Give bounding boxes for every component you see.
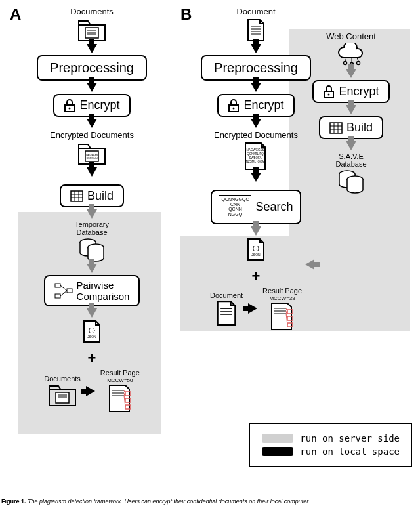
document-icon bbox=[216, 300, 237, 326]
svg-text:QCNMNJFQ: QCNMNJFQ bbox=[247, 152, 264, 156]
svg-point-64 bbox=[357, 62, 360, 65]
arrow-icon bbox=[251, 226, 261, 236]
arrow-icon bbox=[87, 308, 97, 318]
web-content-label: Web Content bbox=[326, 32, 376, 41]
document-label: Document bbox=[236, 7, 275, 16]
arrow-icon bbox=[251, 83, 261, 92]
svg-point-43 bbox=[233, 107, 235, 109]
table-icon bbox=[70, 190, 83, 202]
legend-box: run on server side run on local space bbox=[249, 423, 412, 467]
arrow-icon bbox=[87, 119, 97, 128]
arrow-icon bbox=[251, 44, 261, 53]
result-page-label: Result Page bbox=[100, 369, 140, 377]
compare-icon bbox=[54, 283, 73, 299]
svg-rect-18 bbox=[55, 284, 60, 287]
encrypted-doc-icon: NAGWGGSSQCNMNJFQSWBQFANZSML_QQM bbox=[244, 142, 268, 171]
figure-caption: Figure 1. The plagiarism detection frame… bbox=[1, 498, 308, 505]
svg-rect-26 bbox=[56, 392, 69, 403]
json-file-icon: {:;}JSON bbox=[83, 320, 101, 343]
search-cipher-snippet: QCNNGGQC CNN QCNN NGGQ bbox=[219, 195, 251, 219]
svg-point-62 bbox=[344, 62, 347, 65]
svg-rect-11 bbox=[71, 191, 83, 201]
legend-local-text: run on local space bbox=[300, 446, 400, 457]
mccw-value-b: MCCW=38 bbox=[269, 295, 295, 301]
arrow-left-icon bbox=[305, 259, 314, 270]
svg-text:NAGWGGSS: NAGWGGSS bbox=[246, 148, 264, 152]
result-document-label: Document bbox=[210, 291, 243, 299]
encrypted-docs-label-b: Encrypted Documents bbox=[214, 130, 298, 140]
svg-rect-20 bbox=[67, 289, 72, 293]
documents-folder-icon bbox=[47, 383, 78, 407]
result-page-icon bbox=[108, 384, 132, 413]
search-box: QCNNGGQC CNN QCNN NGGQ Search bbox=[211, 190, 301, 224]
svg-text:NZSML_QQM: NZSML_QQM bbox=[246, 160, 265, 163]
svg-text:JSON: JSON bbox=[251, 253, 261, 257]
temp-db-label: Temporary Database bbox=[75, 221, 109, 236]
arrow-right-icon bbox=[86, 386, 95, 396]
svg-point-69 bbox=[328, 93, 330, 95]
lock-icon bbox=[64, 99, 75, 112]
arrow-icon bbox=[251, 119, 261, 128]
svg-rect-70 bbox=[330, 123, 342, 133]
arrow-icon bbox=[87, 264, 97, 273]
save-db-label: S.A.V.E Database bbox=[335, 152, 366, 168]
json-file-icon: {:;}JSON bbox=[247, 238, 265, 261]
plus-icon: + bbox=[252, 268, 261, 285]
mccw-value: MCCW=50 bbox=[107, 377, 133, 383]
arrow-right-icon bbox=[248, 303, 257, 314]
svg-rect-1 bbox=[85, 28, 98, 38]
svg-line-22 bbox=[60, 291, 67, 296]
arrow-icon bbox=[346, 141, 356, 150]
arrow-icon bbox=[346, 69, 356, 78]
lock-icon bbox=[323, 85, 335, 98]
pairwise-box: Pairwise Comparison bbox=[44, 275, 140, 306]
panel-b-letter: B bbox=[180, 5, 192, 24]
svg-point-6 bbox=[69, 107, 71, 109]
svg-text:{:;}: {:;} bbox=[253, 245, 259, 251]
lock-icon bbox=[228, 99, 240, 112]
result-page-icon bbox=[270, 302, 294, 331]
svg-line-21 bbox=[60, 285, 67, 291]
svg-text:JSON: JSON bbox=[87, 335, 96, 339]
documents-label: Documents bbox=[70, 7, 114, 16]
arrow-icon bbox=[87, 44, 97, 53]
arrow-icon bbox=[346, 105, 356, 114]
result-page-label-b: Result Page bbox=[262, 287, 302, 295]
svg-text:SSQCNN: SSQCNN bbox=[86, 156, 97, 159]
svg-text:SWBQFA: SWBQFA bbox=[249, 156, 261, 159]
database-icon bbox=[337, 170, 365, 194]
legend-server-text: run on server side bbox=[300, 433, 400, 444]
arrow-icon bbox=[251, 173, 261, 182]
result-documents-label: Documents bbox=[44, 375, 81, 383]
plus-icon: + bbox=[88, 350, 96, 367]
arrow-icon bbox=[87, 83, 97, 92]
legend-swatch-local bbox=[262, 447, 293, 456]
svg-rect-19 bbox=[55, 294, 60, 298]
arrow-icon bbox=[87, 209, 97, 219]
svg-text:{:;}: {:;} bbox=[89, 327, 95, 333]
arrow-icon bbox=[87, 167, 97, 177]
legend-swatch-server bbox=[262, 434, 293, 443]
encrypted-docs-label: Encrypted Documents bbox=[50, 130, 134, 140]
table-icon bbox=[329, 122, 343, 134]
